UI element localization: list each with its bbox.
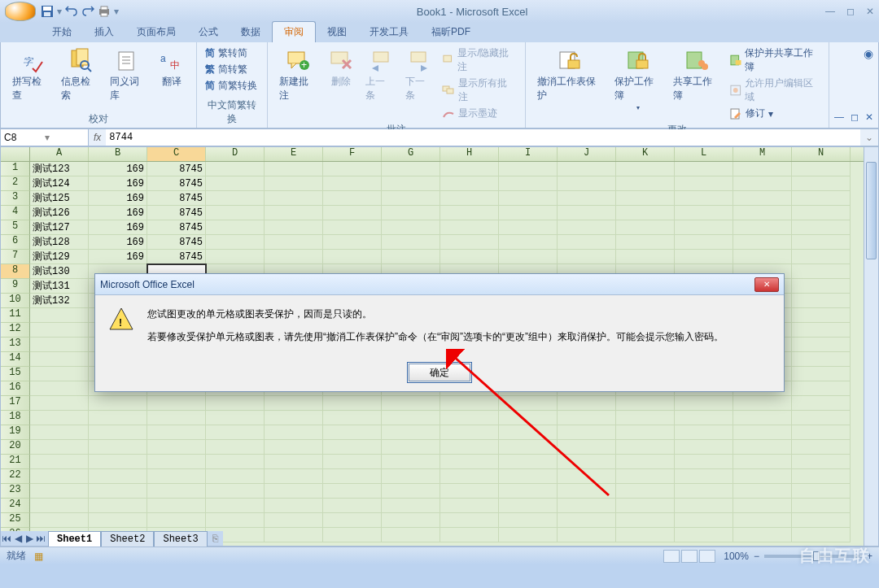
cell[interactable]: 测试132 [30,294,89,308]
row-header[interactable]: 24 [1,499,30,513]
cell[interactable] [323,528,382,542]
col-header-I[interactable]: I [499,147,558,161]
cell[interactable] [675,484,733,499]
cell[interactable] [440,162,499,176]
cell[interactable] [440,440,499,455]
cell[interactable] [616,176,675,191]
cell[interactable] [440,411,499,425]
cell[interactable] [733,220,792,235]
cell[interactable] [616,484,675,499]
cell[interactable] [558,425,616,440]
cell[interactable] [499,484,558,499]
cell[interactable] [558,484,616,499]
cell[interactable]: 测试123 [30,162,89,176]
col-header-K[interactable]: K [616,147,675,161]
cell[interactable] [265,440,323,455]
col-header-L[interactable]: L [675,147,733,161]
row-header[interactable]: 18 [1,411,30,425]
cell[interactable]: 测试124 [30,176,89,191]
vertical-scrollbar[interactable] [864,147,878,546]
cell[interactable] [89,440,147,455]
protect-workbook-button[interactable]: 保护工作簿▾ [610,46,667,121]
sheet-first-icon[interactable]: ⏮ [1,533,12,544]
col-header-A[interactable]: A [30,147,89,161]
cell[interactable] [147,411,206,425]
cell[interactable]: 8745 [147,250,206,264]
cell[interactable] [147,425,206,440]
tab-8[interactable]: 福昕PDF [420,22,482,42]
cell[interactable] [147,499,206,513]
pagebreak-view-button[interactable] [699,550,715,563]
cell[interactable]: 8745 [147,191,206,206]
select-all-corner[interactable] [1,147,30,161]
cell[interactable] [89,455,147,469]
row-header[interactable]: 25 [1,513,30,528]
cell[interactable] [792,250,851,264]
col-header-M[interactable]: M [733,147,792,161]
cell[interactable] [206,411,265,425]
cell[interactable]: 8745 [147,220,206,235]
cell[interactable] [206,425,265,440]
cell[interactable]: 测试130 [30,264,89,279]
track-changes-button[interactable]: 修订 ▾ [728,106,822,121]
translate-button[interactable]: a中翻译 [154,46,190,111]
cell[interactable] [616,440,675,455]
cell[interactable]: 测试127 [30,220,89,235]
col-header-G[interactable]: G [382,147,440,161]
cell[interactable] [616,162,675,176]
cell[interactable] [382,411,440,425]
cell[interactable]: 169 [89,206,147,220]
cell[interactable] [440,191,499,206]
cell[interactable]: 测试125 [30,191,89,206]
cell[interactable] [558,469,616,484]
cell[interactable] [733,250,792,264]
cell[interactable] [733,396,792,411]
close-button[interactable]: ✕ [866,6,874,17]
tab-4[interactable]: 数据 [230,22,272,42]
cell[interactable] [792,264,851,279]
cell[interactable] [558,176,616,191]
row-header[interactable]: 17 [1,396,30,411]
cell[interactable] [206,220,265,235]
row-header[interactable]: 13 [1,338,30,352]
unprotect-sheet-button[interactable]: 撤消工作表保护 [532,46,609,121]
cell[interactable] [30,425,89,440]
research-button[interactable]: 信息检索 [56,46,103,111]
row-header[interactable]: 21 [1,455,30,469]
undo-icon[interactable] [65,5,78,18]
cell[interactable] [792,323,851,338]
cell[interactable] [558,191,616,206]
cell[interactable] [440,206,499,220]
cell[interactable] [733,528,792,542]
cell[interactable] [323,469,382,484]
showink-button[interactable]: 显示墨迹 [440,106,518,121]
cell[interactable] [558,499,616,513]
cell[interactable] [792,411,851,425]
new-sheet-icon[interactable]: ⎘ [208,533,223,544]
cell[interactable] [792,235,851,250]
cell[interactable] [499,499,558,513]
cell[interactable] [675,176,733,191]
cell[interactable]: 8745 [147,235,206,250]
row-header[interactable]: 5 [1,220,30,235]
cell[interactable] [675,162,733,176]
cell[interactable]: 169 [89,176,147,191]
row-header[interactable]: 11 [1,308,30,323]
cell[interactable]: 169 [89,220,147,235]
cell[interactable] [440,396,499,411]
cell[interactable] [616,455,675,469]
tab-3[interactable]: 公式 [187,22,230,42]
cell[interactable] [675,425,733,440]
cell[interactable] [499,425,558,440]
cell[interactable] [382,396,440,411]
cell[interactable] [616,250,675,264]
row-header[interactable]: 6 [1,235,30,250]
cell[interactable] [265,455,323,469]
cell[interactable] [147,455,206,469]
cell[interactable] [265,206,323,220]
cell[interactable] [792,220,851,235]
cell[interactable] [733,425,792,440]
cell[interactable] [616,191,675,206]
cell[interactable] [499,396,558,411]
cell[interactable] [265,499,323,513]
